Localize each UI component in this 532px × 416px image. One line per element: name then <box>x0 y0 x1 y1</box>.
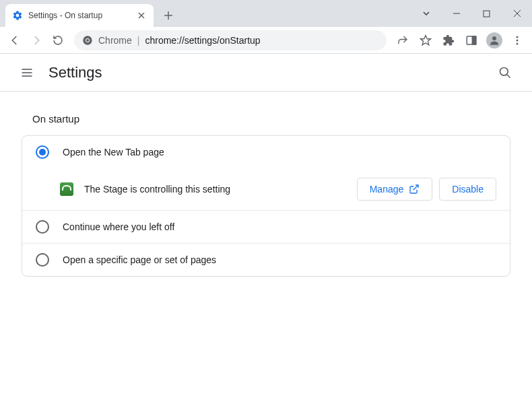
external-link-icon <box>409 184 420 195</box>
url-path: chrome://settings/onStartup <box>145 35 260 46</box>
browser-toolbar: Chrome | chrome://settings/onStartup <box>0 27 532 54</box>
url-separator: | <box>137 35 140 46</box>
gear-icon <box>12 10 23 21</box>
window-controls <box>411 0 532 27</box>
disable-button-label: Disable <box>452 184 484 195</box>
close-window-button[interactable] <box>502 3 532 24</box>
chevron-down-icon[interactable] <box>411 3 441 24</box>
settings-header: Settings <box>0 54 532 92</box>
new-tab-button[interactable] <box>159 6 178 25</box>
page-title: Settings <box>48 64 102 81</box>
svg-point-17 <box>517 39 519 41</box>
forward-button[interactable] <box>27 31 46 50</box>
startup-options-card: Open the New Tab page The Stage is contr… <box>22 135 510 277</box>
reload-button[interactable] <box>48 31 67 50</box>
radio-selected-icon <box>36 145 49 159</box>
section-title: On startup <box>22 108 510 135</box>
profile-avatar[interactable] <box>485 31 504 50</box>
manage-button[interactable]: Manage <box>357 178 433 201</box>
extensions-icon[interactable] <box>439 31 458 50</box>
manage-button-label: Manage <box>370 184 404 195</box>
hamburger-menu-button[interactable] <box>13 59 40 86</box>
window-titlebar: Settings - On startup <box>0 0 532 27</box>
url-origin: Chrome <box>98 35 132 46</box>
close-icon[interactable] <box>136 10 147 21</box>
settings-content: On startup Open the New Tab page The Sta… <box>0 92 532 293</box>
option-continue[interactable]: Continue where you left off <box>22 210 510 243</box>
address-bar[interactable]: Chrome | chrome://settings/onStartup <box>74 30 387 50</box>
search-button[interactable] <box>492 59 519 86</box>
radio-unselected-icon <box>36 220 49 234</box>
disable-button[interactable]: Disable <box>439 178 496 201</box>
svg-point-16 <box>517 36 519 38</box>
option-specific-pages[interactable]: Open a specific page or set of pages <box>22 243 510 276</box>
extension-icon <box>60 182 73 196</box>
radio-unselected-icon <box>36 253 49 267</box>
menu-icon[interactable] <box>508 31 527 50</box>
option-open-new-tab[interactable]: Open the New Tab page <box>22 136 510 168</box>
minimize-button[interactable] <box>441 3 471 24</box>
option-label: Continue where you left off <box>63 221 496 232</box>
option-label: Open the New Tab page <box>63 147 496 158</box>
bookmark-icon[interactable] <box>416 31 435 50</box>
maximize-button[interactable] <box>471 3 502 24</box>
share-icon[interactable] <box>393 31 412 50</box>
svg-line-24 <box>413 185 418 190</box>
svg-line-23 <box>507 74 510 77</box>
browser-tab[interactable]: Settings - On startup <box>5 4 154 27</box>
svg-point-22 <box>500 67 508 75</box>
svg-point-10 <box>86 39 89 42</box>
svg-marker-11 <box>421 35 431 44</box>
controlled-label: The Stage is controlling this setting <box>84 184 357 195</box>
option-label: Open a specific page or set of pages <box>63 254 496 265</box>
chrome-icon <box>82 35 93 46</box>
svg-point-15 <box>492 36 496 40</box>
tab-title: Settings - On startup <box>28 11 136 20</box>
svg-point-18 <box>517 42 519 44</box>
back-button[interactable] <box>5 31 24 50</box>
sidepanel-icon[interactable] <box>462 31 481 50</box>
svg-rect-5 <box>484 11 490 17</box>
svg-rect-14 <box>473 36 476 44</box>
extension-controlled-notice: The Stage is controlling this setting Ma… <box>22 168 510 210</box>
